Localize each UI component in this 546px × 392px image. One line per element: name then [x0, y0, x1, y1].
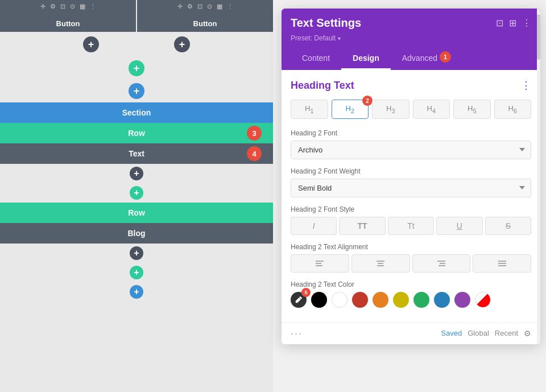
add-button-green-3[interactable]: +: [130, 266, 143, 279]
panel-tabs: Content Design Advanced 1: [291, 48, 531, 70]
color-purple[interactable]: [454, 292, 470, 308]
section-more-icon[interactable]: ⋮: [521, 79, 531, 92]
blog-bar[interactable]: Blog: [0, 223, 273, 244]
grid-icon[interactable]: ▦: [80, 3, 85, 10]
panel-icon-more[interactable]: ⋮: [522, 18, 531, 28]
color-red[interactable]: [352, 292, 368, 308]
capitalize-btn[interactable]: Tt: [388, 217, 434, 235]
align-justify-btn[interactable]: [473, 254, 531, 273]
row-bar-1[interactable]: Row: [0, 123, 273, 143]
advanced-tab-badge: 1: [440, 51, 451, 63]
panel-body: Heading Text ⋮ H1 H2 2 H3 H4 H5 H6 Headi…: [282, 70, 540, 323]
panel-scrollbar[interactable]: [537, 9, 540, 344]
svg-rect-11: [498, 265, 506, 266]
panel-title-row: Text Settings ⊡ ⊞ ⋮: [291, 16, 531, 34]
more-icon[interactable]: ⋮: [90, 3, 96, 10]
preset-label[interactable]: Preset: Default ▾: [291, 34, 531, 48]
panel-icon-split[interactable]: ⊞: [509, 18, 516, 28]
color-green[interactable]: [413, 292, 429, 308]
align-buttons: [291, 254, 531, 273]
heading-h3[interactable]: H3: [372, 100, 410, 119]
row-bar-2[interactable]: Row: [0, 203, 273, 223]
add-button-dark-1[interactable]: +: [83, 36, 99, 52]
add-button-dark-3[interactable]: +: [130, 167, 143, 180]
add-button-dark-4[interactable]: +: [130, 246, 143, 260]
add-button-blue-2[interactable]: +: [130, 285, 143, 299]
settings-panel: Text Settings ⊡ ⊞ ⋮ Preset: Default ▾ Co…: [282, 9, 540, 344]
add-button-dark-2[interactable]: +: [174, 36, 190, 52]
add-button-blue-1[interactable]: +: [129, 83, 144, 99]
italic-btn[interactable]: I: [291, 217, 337, 235]
svg-rect-9: [498, 261, 506, 262]
footer-gear-icon[interactable]: ⚙: [524, 329, 531, 338]
strikethrough-btn[interactable]: S: [485, 217, 531, 235]
heading-h4[interactable]: H4: [413, 100, 450, 119]
footer-link-recent[interactable]: Recent: [495, 329, 518, 338]
heading-h2[interactable]: H2 2: [332, 100, 369, 119]
color-white[interactable]: [332, 292, 348, 308]
footer-link-global[interactable]: Global: [468, 329, 489, 338]
svg-rect-8: [439, 265, 445, 266]
font-select[interactable]: Archivo: [291, 141, 531, 159]
align-center-btn[interactable]: [351, 254, 410, 273]
heading-h6[interactable]: H6: [494, 100, 532, 119]
button-cell-right[interactable]: Button: [137, 13, 273, 32]
footer-link-saved[interactable]: Saved: [441, 329, 462, 338]
text-label: Text: [129, 149, 144, 158]
blog-label: Blog: [127, 229, 145, 238]
text-bar[interactable]: Text: [0, 143, 273, 164]
allcaps-btn[interactable]: TT: [339, 217, 385, 235]
add-button-green-2[interactable]: +: [130, 186, 143, 200]
svg-rect-3: [377, 261, 384, 262]
svg-rect-4: [378, 263, 383, 264]
heading-h1[interactable]: H1: [291, 100, 328, 119]
align-right-btn[interactable]: [412, 254, 471, 273]
row-bar-wrapper: Row 3: [0, 123, 273, 143]
gear-icon2[interactable]: ⚙: [187, 3, 193, 10]
left-toolbar: ✛ ⚙ ⊡ ⊙ ▦ ⋮: [0, 0, 137, 13]
style-label: Heading 2 Font Style: [291, 205, 531, 213]
align-left-btn[interactable]: [291, 254, 349, 273]
svg-rect-5: [377, 265, 384, 266]
grid-icon2[interactable]: ▦: [217, 3, 222, 10]
gear-icon[interactable]: ⚙: [50, 3, 56, 10]
section-title-row: Heading Text ⋮: [291, 79, 531, 92]
badge-3: 3: [247, 126, 262, 141]
color-black[interactable]: [311, 292, 327, 308]
row-label-2: Row: [128, 208, 145, 217]
tab-design[interactable]: Design: [341, 48, 391, 70]
add-button-green-1[interactable]: +: [129, 60, 144, 76]
clock-icon[interactable]: ⊙: [70, 3, 75, 10]
panel-icons: ⊡ ⊞ ⋮: [496, 18, 531, 28]
svg-rect-10: [498, 263, 506, 264]
copy-icon2[interactable]: ⊡: [197, 3, 202, 10]
button-cell-left[interactable]: Button: [0, 13, 137, 32]
svg-rect-1: [316, 263, 321, 264]
svg-rect-0: [316, 261, 324, 262]
color-orange[interactable]: [373, 292, 388, 308]
heading-selector: H1 H2 2 H3 H4 H5 H6: [291, 100, 531, 119]
color-none[interactable]: [475, 292, 491, 308]
add-small-row2: +: [0, 183, 273, 203]
color-yellow[interactable]: [393, 292, 409, 308]
color-blue[interactable]: [434, 292, 450, 308]
font-label: Heading 2 Font: [291, 129, 531, 137]
tab-advanced[interactable]: Advanced 1: [391, 48, 449, 70]
svg-rect-6: [437, 261, 445, 262]
add-blue-row: +: [0, 80, 273, 102]
weight-label: Heading 2 Font Weight: [291, 167, 531, 175]
button-label-right: Button: [193, 19, 217, 28]
panel-icon-expand[interactable]: ⊡: [496, 18, 503, 28]
add-small-row4: +: [0, 263, 273, 282]
add-circles-row1: + +: [0, 32, 273, 57]
more-icon2[interactable]: ⋮: [227, 3, 233, 10]
section-bar[interactable]: Section: [0, 102, 273, 123]
clock-icon2[interactable]: ⊙: [207, 3, 212, 10]
heading-h5[interactable]: H5: [453, 100, 491, 119]
builder-canvas: ✛ ⚙ ⊡ ⊙ ▦ ⋮ ✛ ⚙ ⊡ ⊙ ▦ ⋮ Button Button + …: [0, 0, 273, 392]
tab-content[interactable]: Content: [291, 48, 341, 70]
weight-select[interactable]: Semi Bold: [291, 179, 531, 197]
underline-btn[interactable]: U: [436, 217, 482, 235]
copy-icon[interactable]: ⊡: [60, 3, 65, 10]
svg-rect-7: [440, 263, 445, 264]
